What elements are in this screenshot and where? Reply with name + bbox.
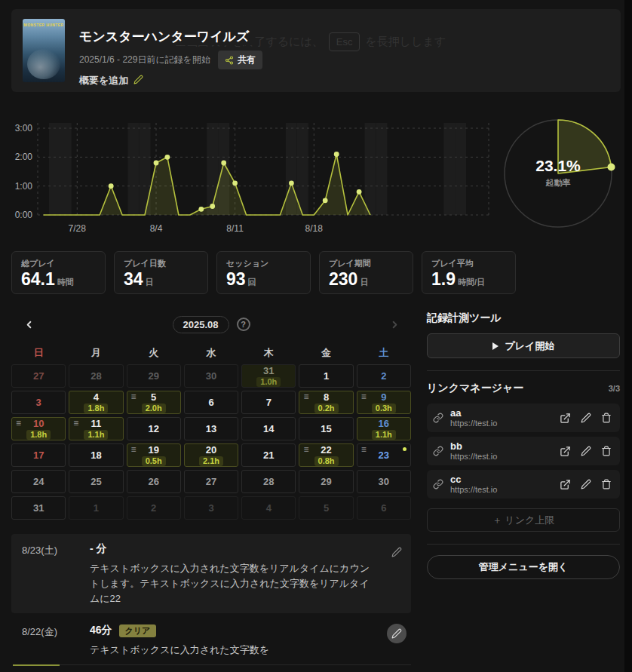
link-count-badge: 3/3 bbox=[609, 384, 620, 393]
calendar-day-cell[interactable]: 24 bbox=[11, 470, 66, 493]
tools-section-title: 記録計測ツール bbox=[427, 311, 620, 325]
day-number: 30 bbox=[379, 477, 389, 487]
admin-menu-button[interactable]: 管理メニューを開く bbox=[427, 555, 620, 579]
edit-link-button[interactable] bbox=[581, 413, 591, 424]
calendar-day-cell[interactable]: ≡190.5h bbox=[127, 443, 181, 467]
calendar-day-cell[interactable]: ≡220.8h bbox=[299, 443, 353, 467]
calendar-day-cell[interactable]: ≡111.1h bbox=[69, 417, 123, 440]
log-entry: 8/20(水)2時間6分 bbox=[11, 667, 411, 672]
calendar-day-cell[interactable]: 1 bbox=[299, 364, 353, 388]
edit-pencil-icon bbox=[581, 446, 591, 456]
calendar-day-cell[interactable]: 25 bbox=[69, 470, 123, 493]
link-item[interactable]: aahttps://test.io bbox=[427, 404, 620, 432]
play-start-button[interactable]: プレイ開始 bbox=[427, 333, 620, 358]
memo-note-icon: ≡ bbox=[131, 391, 137, 402]
calendar-day-cell[interactable]: 2 bbox=[127, 496, 181, 520]
help-icon[interactable]: ? bbox=[237, 318, 250, 331]
calendar-next-button[interactable] bbox=[389, 319, 400, 330]
calendar-day-cell[interactable]: 27 bbox=[11, 364, 66, 388]
link-manager-title: リンクマネージャー bbox=[427, 382, 523, 395]
day-number: 1 bbox=[94, 503, 99, 514]
open-link-button[interactable] bbox=[560, 446, 571, 457]
calendar-day-cell[interactable]: 13 bbox=[184, 417, 238, 440]
calendar-day-cell[interactable]: 30 bbox=[184, 364, 238, 388]
calendar-day-cell[interactable]: 161.1h bbox=[357, 417, 411, 440]
day-number: 31 bbox=[33, 503, 44, 514]
edit-log-button[interactable] bbox=[387, 542, 407, 562]
log-divider bbox=[13, 664, 411, 665]
stat-label: セッション bbox=[226, 258, 301, 269]
calendar-day-cell[interactable]: 21 bbox=[241, 443, 296, 467]
calendar-day-cell[interactable]: 30 bbox=[357, 470, 411, 493]
share-icon bbox=[225, 56, 234, 65]
calendar-day-cell[interactable]: 27 bbox=[184, 470, 238, 493]
calendar-day-cell[interactable]: 6 bbox=[184, 391, 238, 414]
share-button[interactable]: 共有 bbox=[218, 51, 262, 69]
calendar-day-cell[interactable]: 1 bbox=[69, 496, 123, 520]
calendar-day-cell[interactable]: 311.0h bbox=[241, 364, 296, 388]
calendar-day-cell[interactable]: 28 bbox=[241, 470, 296, 493]
delete-link-button[interactable] bbox=[601, 479, 612, 490]
chevron-left-icon bbox=[23, 319, 35, 330]
calendar-day-cell[interactable]: 12 bbox=[127, 417, 181, 440]
stat-label: プレイ期間 bbox=[329, 258, 403, 269]
calendar-day-cell[interactable]: 17 bbox=[11, 443, 66, 467]
add-link-button[interactable]: ＋ リンク上限 bbox=[427, 508, 620, 532]
delete-link-button[interactable] bbox=[601, 413, 612, 424]
play-hours-badge: 0.2h bbox=[314, 404, 339, 413]
play-hours-badge: 0.8h bbox=[314, 456, 339, 466]
calendar-day-cell[interactable]: 15 bbox=[299, 417, 353, 440]
link-item[interactable]: bbhttps://test.io bbox=[427, 437, 620, 465]
calendar-day-cell[interactable]: ≡80.2h bbox=[299, 391, 353, 414]
weekday-label: 月 bbox=[69, 346, 123, 360]
memo-note-icon: ≡ bbox=[361, 391, 367, 402]
open-external-icon bbox=[560, 479, 571, 490]
game-cover-image[interactable]: MONSTER HUNTER bbox=[23, 19, 65, 82]
link-item[interactable]: cchttps://test.io bbox=[427, 470, 620, 499]
calendar-day-cell[interactable]: 29 bbox=[299, 470, 353, 493]
stat-value: 230日 bbox=[329, 269, 403, 289]
calendar-day-cell[interactable]: 5 bbox=[299, 496, 353, 520]
calendar-day-cell[interactable]: 202.1h bbox=[184, 443, 238, 467]
page-right-gutter bbox=[624, 0, 632, 672]
memo-note-icon: ≡ bbox=[303, 391, 308, 402]
calendar-month-label[interactable]: 2025.08 bbox=[173, 316, 229, 333]
calendar-day-cell[interactable]: 6 bbox=[357, 496, 411, 520]
calendar-day-cell[interactable]: 2 bbox=[357, 364, 411, 388]
calendar-day-cell[interactable]: 26 bbox=[127, 470, 181, 493]
memo-note-icon: ≡ bbox=[361, 444, 367, 455]
open-external-icon bbox=[560, 413, 571, 424]
link-chain-icon bbox=[433, 413, 443, 423]
edit-link-button[interactable] bbox=[581, 479, 591, 490]
calendar-day-cell[interactable]: 29 bbox=[127, 364, 181, 388]
calendar-day-cell[interactable]: ≡52.0h bbox=[127, 391, 181, 414]
calendar-day-cell[interactable]: ≡23 bbox=[357, 443, 411, 467]
link-url: https://test.io bbox=[450, 485, 560, 495]
open-link-button[interactable] bbox=[560, 479, 571, 490]
calendar-prev-button[interactable] bbox=[23, 319, 35, 330]
calendar-day-cell[interactable]: 7 bbox=[241, 391, 296, 414]
log-date: 8/22(金) bbox=[22, 624, 90, 658]
edit-link-button[interactable] bbox=[581, 446, 591, 457]
calendar-day-cell[interactable]: 3 bbox=[11, 391, 66, 414]
delete-link-button[interactable] bbox=[601, 446, 612, 457]
link-name: bb bbox=[450, 440, 560, 452]
calendar-day-cell[interactable]: 28 bbox=[69, 364, 123, 388]
calendar-day-cell[interactable]: 18 bbox=[69, 443, 123, 467]
divider bbox=[427, 544, 620, 545]
calendar-day-cell[interactable]: ≡101.8h bbox=[11, 417, 66, 440]
game-tracker-page: MONSTER HUNTER 全画面表示を終了するには、Escを長押しします モ… bbox=[0, 0, 632, 672]
calendar-day-cell[interactable]: 4 bbox=[241, 496, 296, 520]
stat-label: プレイ日数 bbox=[124, 258, 198, 269]
log-duration: 46分クリア bbox=[90, 624, 378, 637]
add-summary-button[interactable]: 概要を追加 bbox=[79, 74, 143, 87]
calendar-day-cell[interactable]: 41.8h bbox=[69, 391, 123, 414]
calendar-day-cell[interactable]: 31 bbox=[11, 496, 66, 520]
calendar-day-cell[interactable]: 3 bbox=[184, 496, 238, 520]
calendar-day-cell[interactable]: 14 bbox=[241, 417, 296, 440]
day-number: 5 bbox=[151, 392, 156, 403]
stat-label: 総プレイ bbox=[21, 258, 96, 269]
edit-log-button[interactable] bbox=[387, 624, 407, 643]
open-link-button[interactable] bbox=[560, 413, 571, 424]
calendar-day-cell[interactable]: ≡90.3h bbox=[357, 391, 411, 414]
